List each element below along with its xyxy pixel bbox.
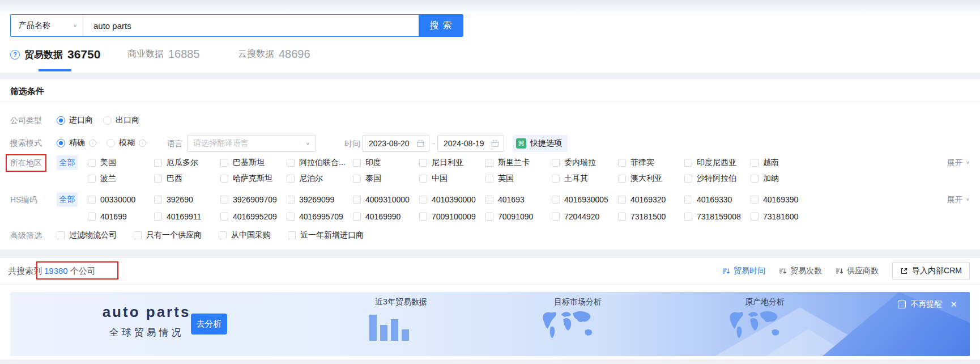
info-icon[interactable]: i [139, 139, 146, 147]
date-end-input[interactable]: 2024-08-19 [437, 135, 504, 152]
region-checkbox-item[interactable]: 厄瓜多尔 [154, 158, 220, 168]
checkbox[interactable] [288, 231, 296, 239]
region-checkbox-item[interactable]: 斯里兰卡 [485, 158, 552, 168]
checkbox[interactable] [485, 196, 493, 204]
checkbox[interactable] [353, 196, 361, 204]
checkbox[interactable] [751, 213, 759, 221]
advanced-checkbox-item[interactable]: 过滤物流公司 [57, 230, 117, 240]
region-checkbox-item[interactable]: 泰国 [353, 173, 419, 184]
analyze-button[interactable]: 去分析 [191, 314, 227, 335]
checkbox[interactable] [618, 175, 626, 183]
hs-checkbox-item[interactable]: 73181500 [618, 212, 684, 221]
checkbox[interactable] [751, 196, 759, 204]
checkbox[interactable] [751, 175, 759, 183]
checkbox[interactable] [485, 159, 493, 167]
region-checkbox-item[interactable]: 哈萨克斯坦 [220, 173, 287, 184]
tab-business-data[interactable]: 商业数据 16885 [127, 48, 200, 61]
region-checkbox-item[interactable]: 英国 [485, 173, 552, 184]
region-checkbox-item[interactable]: 菲律宾 [618, 158, 684, 168]
hs-expand-link[interactable]: 展开 ∨ [947, 192, 970, 208]
region-checkbox-item[interactable]: 巴西 [154, 173, 220, 184]
region-checkbox-item[interactable]: 阿拉伯联合... [287, 158, 353, 168]
checkbox[interactable] [353, 175, 361, 183]
checkbox[interactable] [684, 159, 692, 167]
region-checkbox-item[interactable]: 波兰 [88, 173, 154, 184]
quick-options-button[interactable]: ⌘ 快捷选项 [513, 135, 568, 152]
advanced-checkbox-item[interactable]: 近一年新增进口商 [288, 230, 364, 240]
search-button[interactable]: 搜索 [419, 15, 463, 36]
checkbox[interactable] [419, 175, 427, 183]
checkbox[interactable] [684, 196, 692, 204]
hs-checkbox-item[interactable]: 401699 [88, 212, 154, 221]
checkbox[interactable] [154, 196, 162, 204]
date-start-input[interactable]: 2023-08-20 [363, 135, 429, 152]
radio-importer[interactable]: 进口商 [57, 115, 93, 125]
radio-on-icon[interactable] [57, 139, 65, 147]
region-checkbox-item[interactable]: 美国 [88, 158, 154, 168]
checkbox[interactable] [287, 159, 295, 167]
close-icon[interactable]: ✕ [950, 299, 957, 310]
info-icon[interactable]: i [89, 139, 96, 147]
checkbox[interactable] [220, 213, 228, 221]
checkbox[interactable] [154, 159, 162, 167]
hs-checkbox-item[interactable]: 4010390000 [419, 195, 485, 204]
region-checkbox-item[interactable]: 越南 [751, 158, 817, 168]
hs-checkbox-item[interactable]: 392690 [154, 195, 220, 204]
language-select[interactable]: 请选择翻译语言 ∨ [187, 135, 316, 152]
hs-checkbox-item[interactable]: 70091090 [485, 212, 552, 221]
radio-on-icon[interactable] [57, 116, 65, 125]
checkbox[interactable] [220, 196, 228, 204]
region-checkbox-item[interactable]: 印度 [353, 158, 419, 168]
region-checkbox-item[interactable]: 尼日利亚 [419, 158, 485, 168]
search-category-dropdown[interactable]: 产品名称 ∨ [11, 15, 83, 36]
checkbox[interactable] [618, 196, 626, 204]
hs-checkbox-item[interactable]: 4009310000 [353, 195, 419, 204]
checkbox[interactable] [684, 213, 692, 221]
checkbox[interactable] [220, 159, 228, 167]
hs-checkbox-item[interactable]: 40169330 [684, 195, 751, 204]
checkbox[interactable] [419, 196, 427, 204]
checkbox[interactable] [353, 159, 361, 167]
checkbox[interactable] [88, 175, 96, 183]
radio-off-icon[interactable] [106, 139, 115, 147]
hs-checkbox-item[interactable]: 40169390 [751, 195, 817, 204]
checkbox[interactable] [88, 213, 96, 221]
region-checkbox-item[interactable]: 土耳其 [552, 173, 618, 184]
hs-checkbox-item[interactable]: 4016995709 [287, 212, 353, 221]
checkbox[interactable] [552, 196, 560, 204]
tab-trade-data[interactable]: ? 贸易数据 36750 [10, 48, 100, 61]
region-checkbox-item[interactable]: 澳大利亚 [618, 173, 684, 184]
checkbox[interactable] [287, 213, 295, 221]
hs-checkbox-item[interactable]: 40169911 [154, 212, 220, 221]
sort-trade-time[interactable]: 贸易时间 [722, 266, 765, 276]
hs-checkbox-item[interactable]: 401693 [485, 195, 552, 204]
checkbox[interactable] [751, 159, 759, 167]
checkbox[interactable] [552, 213, 560, 221]
radio-exact[interactable]: 精确 i [57, 138, 96, 148]
checkbox[interactable] [88, 196, 96, 204]
hs-checkbox-item[interactable]: 72044920 [552, 212, 618, 221]
hs-checkbox-item[interactable]: 7009100009 [419, 212, 485, 221]
checkbox[interactable] [134, 231, 142, 239]
checkbox[interactable] [57, 231, 65, 239]
checkbox[interactable] [618, 159, 626, 167]
hs-checkbox-item[interactable]: 39269099 [287, 195, 353, 204]
checkbox[interactable] [485, 175, 493, 183]
checkbox[interactable] [154, 213, 162, 221]
region-checkbox-item[interactable]: 沙特阿拉伯 [684, 173, 751, 184]
hs-checkbox-item[interactable]: 40169320 [618, 195, 684, 204]
hs-checkbox-item[interactable]: 73181600 [751, 212, 817, 221]
hs-checkbox-item[interactable]: 4016930005 [552, 195, 618, 204]
checkbox[interactable] [552, 159, 560, 167]
hs-all-button[interactable]: 全部 [57, 192, 78, 207]
checkbox[interactable] [287, 175, 295, 183]
checkbox[interactable] [154, 175, 162, 183]
hs-checkbox-item[interactable]: 3926909709 [220, 195, 287, 204]
checkbox[interactable] [287, 196, 295, 204]
checkbox[interactable] [353, 213, 361, 221]
checkbox[interactable] [419, 159, 427, 167]
hs-checkbox-item[interactable]: 40169990 [353, 212, 419, 221]
region-checkbox-item[interactable]: 巴基斯坦 [220, 158, 287, 168]
hs-checkbox-item[interactable]: 7318159008 [684, 212, 751, 221]
tab-cloud-search-data[interactable]: 云搜数据 48696 [238, 48, 310, 61]
